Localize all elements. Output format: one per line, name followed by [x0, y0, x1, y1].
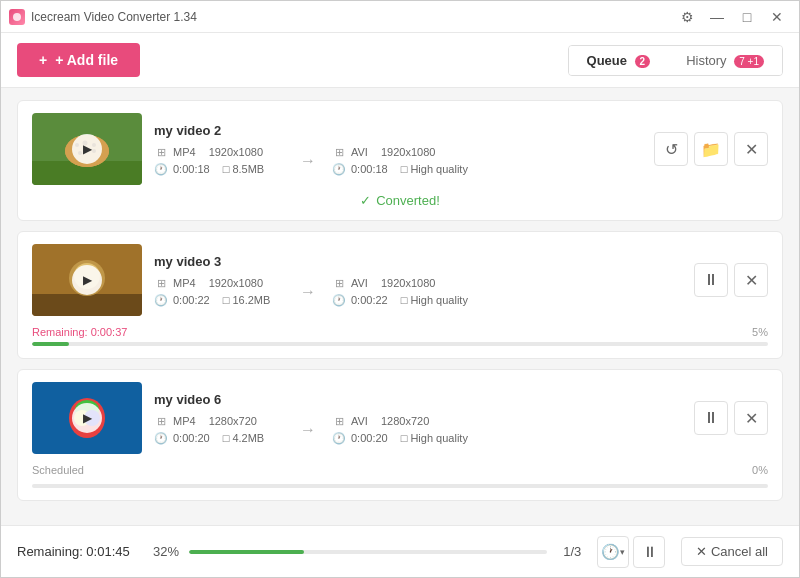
tab-queue-label: Queue [587, 53, 627, 68]
dst-duration-1: 0:00:22 [351, 294, 388, 306]
src-resolution-1: 1920x1080 [209, 277, 263, 289]
video-meta-0: ⊞ MP4 1920x1080 🕐 0:00:18 □ 8.5MB → [154, 146, 642, 176]
remove-btn-2[interactable]: ✕ [734, 401, 768, 435]
dst-quality-1: □ High quality [401, 294, 468, 306]
meta-dst-1: ⊞ AVI 1920x1080 🕐 0:00:22 □ High quality [332, 277, 468, 307]
close-btn[interactable]: ✕ [763, 5, 791, 29]
cancel-all-label: ✕ Cancel all [696, 544, 768, 559]
tab-history-label: History [686, 53, 726, 68]
maximize-btn[interactable]: □ [733, 5, 761, 29]
clock-icon: 🕐 [154, 294, 168, 307]
clock-icon-dst: 🕐 [332, 294, 346, 307]
src-duration-0: 0:00:18 [173, 163, 210, 175]
plus-icon: + [39, 52, 47, 68]
tab-group: Queue 2 History 7 +1 [568, 45, 783, 76]
format-icon: ⊞ [154, 415, 168, 428]
bottom-progress-track [189, 550, 547, 554]
arrow-sep-0: → [300, 152, 316, 170]
src-resolution-0: 1920x1080 [209, 146, 263, 158]
scheduled-label-2: Scheduled [32, 464, 84, 476]
dst-resolution-2: 1280x720 [381, 415, 429, 427]
format-icon-dst: ⊞ [332, 277, 346, 290]
converted-label-0: ✓ Converted! [32, 193, 768, 208]
clock-icon: 🕐 [154, 163, 168, 176]
bottom-progress-wrap: 32% [153, 544, 547, 559]
arrow-sep-2: → [300, 421, 316, 439]
title-bar-left: Icecream Video Converter 1.34 [9, 9, 197, 25]
dst-format-2: AVI [351, 415, 368, 427]
src-format-2: MP4 [173, 415, 196, 427]
video-card-top-2: ▶ my video 6 ⊞ MP4 1280x720 🕐 0:00:20 [32, 382, 768, 454]
check-icon: ✓ [360, 193, 371, 208]
bottom-progress-fill [189, 550, 304, 554]
play-btn-2[interactable]: ▶ [72, 403, 102, 433]
clock-dropdown-btn[interactable]: 🕐 ▾ [597, 536, 629, 568]
video-thumb-0: ▶ [32, 113, 142, 185]
play-btn-0[interactable]: ▶ [72, 134, 102, 164]
video-actions-0: ↺ 📁 ✕ [654, 132, 768, 166]
add-file-label: + Add file [55, 52, 118, 68]
maximize-icon: □ [743, 9, 751, 25]
video-card-top-1: ▶ my video 3 ⊞ MP4 1920x1080 🕐 0:00:22 [32, 244, 768, 316]
cancel-all-button[interactable]: ✕ Cancel all [681, 537, 783, 566]
pause-btn-2[interactable]: ⏸ [694, 401, 728, 435]
bottom-remaining: Remaining: 0:01:45 [17, 544, 137, 559]
src-format-0: MP4 [173, 146, 196, 158]
arrow-sep-1: → [300, 283, 316, 301]
add-file-button[interactable]: + + Add file [17, 43, 140, 77]
src-format-1: MP4 [173, 277, 196, 289]
remove-btn-1[interactable]: ✕ [734, 263, 768, 297]
dst-quality-0: □ High quality [401, 163, 468, 175]
history-badge: 7 +1 [734, 55, 764, 68]
clock-icon-dst: 🕐 [332, 163, 346, 176]
tab-queue[interactable]: Queue 2 [569, 46, 669, 75]
meta-src-0: ⊞ MP4 1920x1080 🕐 0:00:18 □ 8.5MB [154, 146, 284, 176]
minimize-btn[interactable]: — [703, 5, 731, 29]
video-info-2: my video 6 ⊞ MP4 1280x720 🕐 0:00:20 □ 4.… [154, 392, 682, 445]
card-progress-2: Scheduled 0% [32, 464, 768, 488]
video-title-0: my video 2 [154, 123, 642, 138]
src-duration-2: 0:00:20 [173, 432, 210, 444]
window-controls: ⚙ — □ ✕ [673, 5, 791, 29]
video-title-1: my video 3 [154, 254, 682, 269]
pct-label-1: 5% [752, 326, 768, 338]
header: + + Add file Queue 2 History 7 +1 [1, 33, 799, 88]
card-progress-1: Remaining: 0:00:37 5% [32, 326, 768, 346]
video-actions-2: ⏸ ✕ [694, 401, 768, 435]
video-meta-2: ⊞ MP4 1280x720 🕐 0:00:20 □ 4.2MB → [154, 415, 682, 445]
src-resolution-2: 1280x720 [209, 415, 257, 427]
clock-icon: 🕐 [601, 543, 620, 561]
progress-track-1 [32, 342, 768, 346]
svg-rect-11 [32, 294, 142, 316]
video-thumb-1: ▶ [32, 244, 142, 316]
format-icon: ⊞ [154, 277, 168, 290]
video-card-2: ▶ my video 6 ⊞ MP4 1280x720 🕐 0:00:20 [17, 369, 783, 501]
close-icon: ✕ [771, 9, 783, 25]
video-thumb-2: ▶ [32, 382, 142, 454]
tab-history[interactable]: History 7 +1 [668, 46, 782, 75]
retry-btn-0[interactable]: ↺ [654, 132, 688, 166]
dst-quality-2: □ High quality [401, 432, 468, 444]
remove-btn-0[interactable]: ✕ [734, 132, 768, 166]
settings-title-btn[interactable]: ⚙ [673, 5, 701, 29]
progress-fill-1 [32, 342, 69, 346]
play-btn-1[interactable]: ▶ [72, 265, 102, 295]
pct-label-2: 0% [752, 464, 768, 480]
dst-resolution-0: 1920x1080 [381, 146, 435, 158]
video-actions-1: ⏸ ✕ [694, 263, 768, 297]
clock-icon: 🕐 [154, 432, 168, 445]
folder-btn-0[interactable]: 📁 [694, 132, 728, 166]
bottom-bar: Remaining: 0:01:45 32% 1/3 🕐 ▾ ⏸ ✕ Cance… [1, 525, 799, 577]
src-duration-1: 0:00:22 [173, 294, 210, 306]
chevron-down-icon: ▾ [620, 547, 625, 557]
title-bar: Icecream Video Converter 1.34 ⚙ — □ ✕ [1, 1, 799, 33]
video-info-0: my video 2 ⊞ MP4 1920x1080 🕐 0:00:18 □ 8… [154, 123, 642, 176]
video-card-1: ▶ my video 3 ⊞ MP4 1920x1080 🕐 0:00:22 [17, 231, 783, 359]
progress-track-2 [32, 484, 768, 488]
queue-badge: 2 [635, 55, 651, 68]
bottom-count: 1/3 [563, 544, 581, 559]
pause-btn-1[interactable]: ⏸ [694, 263, 728, 297]
pause-all-btn[interactable]: ⏸ [633, 536, 665, 568]
format-icon-dst: ⊞ [332, 415, 346, 428]
svg-point-0 [13, 13, 21, 21]
